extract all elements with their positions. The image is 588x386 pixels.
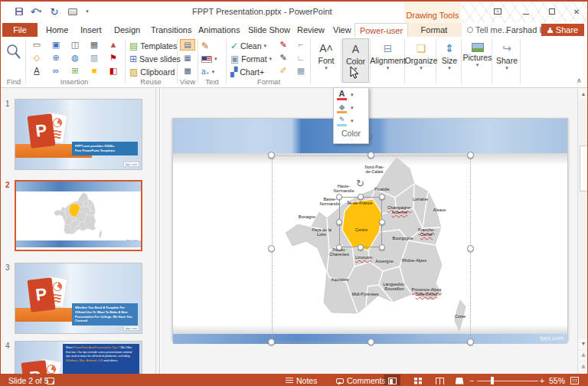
undo-button[interactable]: ↶▾ — [28, 5, 44, 18]
slideshow-view-button[interactable] — [451, 375, 468, 386]
fit-to-window-button[interactable] — [570, 374, 579, 386]
close-button[interactable]: ✕ — [570, 6, 583, 17]
shape-handle-e[interactable] — [379, 219, 385, 225]
axes-button[interactable]: ∟ — [292, 52, 309, 64]
spellcheck-button[interactable]: ✗ — [47, 374, 54, 386]
shape-handle-s[interactable] — [358, 244, 364, 250]
organize-menu-button[interactable]: ❏ Organize ▾ — [407, 38, 436, 83]
shape-handle-ne[interactable] — [379, 194, 385, 200]
insert-duplicate-slide-button[interactable]: ▣ — [47, 39, 64, 51]
tab-insert[interactable]: Insert — [77, 23, 105, 37]
comments-button[interactable]: Comments — [336, 374, 386, 386]
insert-table-button[interactable]: ▦ — [86, 39, 103, 51]
insert-pyramid-chart-button[interactable]: ▲ — [105, 39, 122, 51]
font-menu-button[interactable]: A˄ Font ▾ — [312, 38, 340, 83]
insert-textbox-button[interactable]: A — [28, 65, 45, 77]
tab-power-user[interactable]: Power-user — [354, 23, 408, 38]
reading-view-button[interactable] — [431, 375, 448, 386]
zoom-slider-thumb[interactable] — [491, 377, 494, 384]
view-grid-button[interactable]: ▩ — [180, 65, 195, 77]
centre-shape-selection[interactable] — [339, 197, 382, 247]
shape-handle-sw[interactable] — [336, 244, 342, 250]
zoom-out-button[interactable]: − — [469, 374, 474, 386]
slide-thumbnail-3[interactable]: P Whether You Need A Template For Offici… — [15, 263, 142, 334]
collapse-ribbon-button[interactable]: ∧ — [577, 77, 582, 84]
maximize-button[interactable] — [546, 6, 558, 17]
fill-color-item[interactable]: ◆ ▾ — [334, 101, 368, 114]
zoom-slider-track[interactable] — [477, 381, 538, 382]
broom-button[interactable]: ✐ — [275, 65, 292, 77]
scroll-up-button[interactable]: ▲ — [579, 89, 588, 99]
slide-thumbnail-4[interactable]: P Want PowerPoint And Presentation Tips … — [15, 341, 142, 374]
tab-design[interactable]: Design — [111, 23, 143, 37]
shape-handle-se[interactable] — [379, 244, 385, 250]
view-normal-button[interactable]: ▤ — [180, 39, 195, 51]
resize-handle-w[interactable] — [268, 245, 275, 252]
templates-button[interactable]: ▤ Templates — [129, 40, 177, 52]
language-flag-button[interactable]: ▾ — [201, 53, 217, 65]
eyedropper-red-button[interactable]: ✎ — [275, 39, 292, 51]
resize-handle-s[interactable] — [368, 339, 374, 345]
save-slides-button[interactable]: ⊞ Save slides — [129, 53, 181, 65]
redo-button[interactable]: ↻ — [48, 5, 60, 18]
tab-animations[interactable]: Animations — [195, 23, 243, 37]
format-button[interactable]: ▣ Format ▾ — [230, 53, 272, 65]
tab-file[interactable]: File — [2, 23, 38, 37]
table-format-button[interactable]: ▦ — [292, 65, 309, 77]
resize-handle-se[interactable] — [467, 339, 474, 345]
zoom-level[interactable]: 55% — [549, 374, 565, 386]
insert-highlight-button[interactable]: ■ — [86, 65, 103, 77]
resize-handle-n[interactable] — [368, 152, 374, 159]
pictures-menu-button[interactable]: Pictures ▾ — [463, 38, 492, 83]
content-placeholder-selection[interactable] — [272, 155, 471, 342]
find-button[interactable] — [5, 43, 22, 63]
highlighter-button[interactable]: ✎ — [201, 40, 209, 52]
translate-button[interactable]: a₊ ▾ — [201, 66, 214, 78]
slide-sorter-view-button[interactable] — [410, 375, 426, 386]
resize-handle-nw[interactable] — [268, 152, 275, 159]
shape-handle-nw[interactable] — [336, 194, 342, 200]
scroll-down-button[interactable]: ▼ — [579, 339, 588, 348]
view-notes-button[interactable]: ▦ — [180, 52, 195, 64]
insert-chart-button[interactable]: ▥ — [86, 52, 103, 64]
next-slide-button[interactable]: ≙ — [579, 362, 588, 372]
tab-review[interactable]: Review — [294, 23, 328, 37]
share-menu-button[interactable]: ↪ Share ▾ — [494, 38, 520, 83]
scrollbar-thumb[interactable] — [580, 146, 588, 191]
customize-qat-button[interactable]: ▾ — [82, 5, 93, 18]
insert-flag-button[interactable]: ⚑ — [105, 52, 122, 64]
previous-slide-button[interactable]: ≜ — [579, 351, 588, 361]
zoom-in-button[interactable]: + — [540, 374, 544, 386]
shape-handle-n[interactable] — [358, 194, 364, 200]
insert-screenshot-button[interactable]: ⊕ — [47, 52, 64, 64]
tab-view[interactable]: View — [330, 23, 354, 37]
alignment-menu-button[interactable]: ⊟ Alignment ▾ — [371, 38, 404, 83]
tab-transitions[interactable]: Transitions — [148, 23, 194, 37]
outline-color-item[interactable]: ✎ ▾ — [334, 114, 368, 127]
normal-view-button[interactable] — [384, 375, 400, 386]
eyedropper-button[interactable]: ✎ — [275, 52, 292, 64]
insert-shapes-colored-button[interactable]: ◧ — [105, 65, 122, 77]
resize-handle-sw[interactable] — [268, 339, 275, 345]
notes-button[interactable]: Notes — [286, 374, 317, 386]
insert-compare-button[interactable]: ◫ — [67, 39, 83, 51]
insert-globe-button[interactable]: ◍ — [67, 52, 83, 64]
vertical-scrollbar[interactable]: ▲ ▼ ≜ ≙ — [577, 88, 588, 374]
clean-button[interactable]: ✓ Clean ▾ — [230, 40, 266, 52]
clipboard-button[interactable]: ▨ Clipboard — [129, 66, 175, 78]
chart-plus-button[interactable]: ▞ Chart+ — [230, 66, 264, 78]
shape-rotate-handle[interactable]: ↻ — [356, 178, 364, 188]
tab-home[interactable]: Home — [43, 23, 71, 37]
share-button[interactable]: Share — [541, 24, 584, 36]
ribbon-display-options-button[interactable]: ˄ — [492, 6, 504, 17]
resize-handle-ne[interactable] — [467, 152, 474, 159]
insert-shapes-button[interactable]: ◇ — [28, 52, 45, 64]
tab-slideshow[interactable]: Slide Show — [245, 23, 293, 37]
font-color-item[interactable]: A ▾ — [334, 88, 368, 101]
size-menu-button[interactable]: ⇕ Size ▾ — [438, 38, 461, 83]
start-slideshow-button[interactable] — [67, 5, 79, 18]
insert-grid-button[interactable]: ⊞ — [67, 65, 83, 77]
minimize-button[interactable] — [520, 6, 532, 17]
insert-link-button[interactable]: ∞ — [47, 65, 64, 77]
resize-handle-e[interactable] — [467, 245, 474, 252]
